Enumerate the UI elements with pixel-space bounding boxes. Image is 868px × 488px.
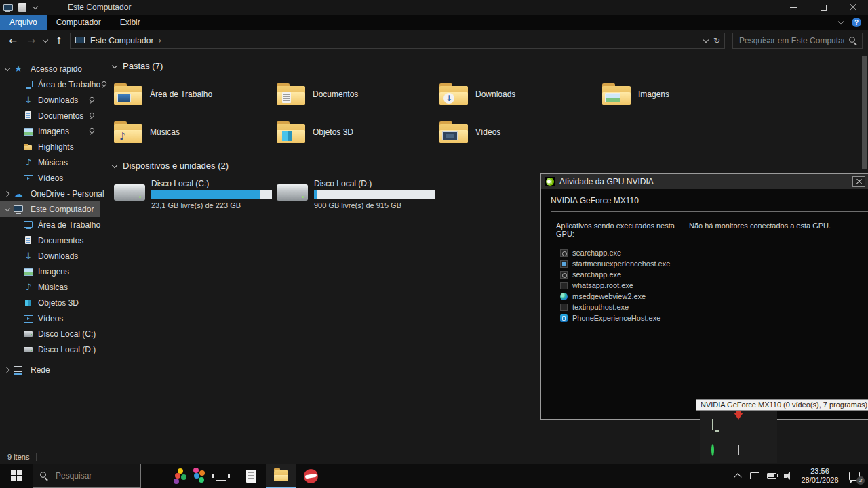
- folder-tile-musicas[interactable]: ♪ Músicas: [114, 117, 277, 147]
- nvidia-gpu-activity-tray-icon[interactable]: [712, 420, 713, 429]
- help-icon[interactable]: ?: [852, 18, 861, 27]
- sidebar-item-videos[interactable]: Vídeos: [0, 170, 100, 186]
- red-app-button[interactable]: [296, 464, 326, 488]
- maximize-button[interactable]: [808, 0, 838, 15]
- sidebar-item-downloads[interactable]: ↓ Downloads: [0, 92, 100, 108]
- ribbon-expand-chevron-icon[interactable]: [837, 20, 844, 26]
- battery-tray-button[interactable]: [763, 464, 780, 488]
- nvidia-window-titlebar[interactable]: Atividade da GPU NVIDIA: [541, 174, 868, 189]
- taskbar-search-box[interactable]: [33, 464, 141, 488]
- back-button[interactable]: ←: [5, 33, 20, 48]
- chevron-right-icon[interactable]: [4, 367, 10, 373]
- chevron-down-icon[interactable]: [4, 66, 10, 72]
- downloader-tray-icon[interactable]: [734, 420, 743, 429]
- minimize-button[interactable]: [778, 0, 808, 15]
- sidebar-item-highlights[interactable]: Highlights: [0, 139, 100, 155]
- nvidia-gpu-activity-window: Atividade da GPU NVIDIA NVIDIA GeForce M…: [540, 173, 868, 420]
- chevron-down-icon[interactable]: [4, 206, 10, 212]
- chevron-right-icon[interactable]: [4, 190, 10, 197]
- gpu-process-row[interactable]: msedgewebview2.exe: [560, 292, 868, 300]
- file-explorer-button[interactable]: [266, 464, 296, 488]
- folder-tile-objetos-3d[interactable]: Objetos 3D: [277, 117, 439, 147]
- video-icon: [23, 173, 34, 184]
- sidebar-item-disco-d[interactable]: Disco Local (D:): [0, 342, 100, 357]
- gpu-process-row[interactable]: searchapp.exe: [560, 270, 868, 279]
- apps-column-label: Aplicativos sendo executados nesta GPU:: [556, 222, 689, 238]
- generic-app-icon: [560, 304, 568, 311]
- quick-access-star-icon: ★: [13, 64, 24, 75]
- pin-icon: [88, 97, 94, 103]
- separator-line: [551, 211, 868, 212]
- show-hidden-icons-button[interactable]: [729, 464, 746, 488]
- sidebar-item-disco-c[interactable]: Disco Local (C:): [0, 326, 100, 342]
- address-dropdown-icon[interactable]: [703, 38, 709, 44]
- whatsapp-tray-icon[interactable]: [711, 445, 714, 455]
- collapse-chevron-icon[interactable]: [111, 63, 117, 69]
- colorful-app-icon-2[interactable]: [187, 464, 206, 488]
- gpu-process-row[interactable]: searchapp.exe: [560, 249, 868, 257]
- menu-exibir[interactable]: Exibir: [111, 15, 150, 30]
- sidebar-item-musicas-2[interactable]: ♪ Músicas: [0, 279, 100, 295]
- menu-arquivo[interactable]: Arquivo: [0, 15, 47, 30]
- explorer-search-box[interactable]: [732, 33, 863, 49]
- explorer-search-input[interactable]: [738, 35, 845, 46]
- taskbar-clock[interactable]: 23:56 28/01/2026: [797, 467, 843, 485]
- network-tray-button[interactable]: [746, 464, 763, 488]
- gpu-process-row[interactable]: PhoneExperienceHost.exe: [560, 314, 868, 322]
- sidebar-item-area-de-trabalho-2[interactable]: Área de Trabalho: [0, 217, 100, 232]
- forward-button[interactable]: →: [24, 33, 39, 48]
- sidebar-item-este-computador[interactable]: Este Computador: [0, 201, 100, 217]
- sidebar-item-area-de-trabalho[interactable]: Área de Trabalho: [0, 77, 100, 92]
- task-view-button[interactable]: [206, 464, 236, 488]
- toolbar-chevron-down-icon[interactable]: [32, 5, 38, 11]
- sidebar-item-musicas[interactable]: ♪ Músicas: [0, 155, 100, 170]
- start-button[interactable]: [0, 464, 33, 488]
- volume-tray-button[interactable]: [780, 464, 797, 488]
- recent-locations-chevron-icon[interactable]: [42, 38, 48, 44]
- drive-tile-c[interactable]: Disco Local (C:) 23,1 GB livre(s) de 223…: [114, 179, 277, 209]
- folder-tile-imagens[interactable]: Imagens: [602, 79, 765, 109]
- sidebar-item-imagens-2[interactable]: Imagens: [0, 264, 100, 279]
- collapse-chevron-icon[interactable]: [111, 163, 117, 169]
- gpu-process-row[interactable]: startmenuexperiencehost.exe: [560, 260, 868, 268]
- sidebar-item-documentos-2[interactable]: Documentos: [0, 232, 100, 248]
- drive-tile-d[interactable]: Disco Local (D:) 900 GB livre(s) de 915 …: [277, 179, 439, 209]
- music-icon: ♪: [23, 282, 34, 293]
- hard-drive-icon: [277, 184, 308, 201]
- folder-tile-documentos[interactable]: Documentos: [277, 79, 439, 109]
- sidebar-item-objetos-3d[interactable]: Objetos 3D: [0, 295, 100, 310]
- sidebar-item-acesso-rapido[interactable]: ★ Acesso rápido: [0, 61, 100, 77]
- sidebar-item-videos-2[interactable]: Vídeos: [0, 310, 100, 326]
- close-button[interactable]: [838, 0, 868, 15]
- text-input-tray-icon[interactable]: [738, 445, 739, 455]
- sidebar-item-rede[interactable]: Rede: [0, 362, 100, 378]
- content-scrollbar[interactable]: [862, 56, 867, 169]
- quick-access-toolbar-icon[interactable]: [18, 3, 26, 12]
- address-bar[interactable]: Este Computador › ↻: [70, 33, 725, 49]
- devices-section-header[interactable]: Dispositivos e unidades (2): [111, 161, 868, 171]
- address-location[interactable]: Este Computador: [90, 36, 153, 45]
- breadcrumb-chevron-icon[interactable]: ›: [158, 36, 161, 45]
- folder-tile-area-de-trabalho[interactable]: Área de Trabalho: [114, 79, 277, 109]
- refresh-icon[interactable]: ↻: [713, 36, 720, 45]
- gpu-process-row[interactable]: textinputhost.exe: [560, 303, 868, 311]
- folder-tile-downloads[interactable]: ↓ Downloads: [439, 79, 602, 109]
- explorer-titlebar[interactable]: Este Computador: [0, 0, 868, 15]
- document-app-button[interactable]: [236, 464, 266, 488]
- colorful-app-icon-1[interactable]: [168, 464, 187, 488]
- taskbar-search-input[interactable]: [54, 470, 134, 481]
- sidebar-item-imagens[interactable]: Imagens: [0, 123, 100, 139]
- folders-section-header[interactable]: Pastas (7): [111, 61, 868, 71]
- menu-computador[interactable]: Computador: [47, 15, 111, 30]
- folder-tile-videos[interactable]: Vídeos: [439, 117, 602, 147]
- pinned-apps: [168, 464, 326, 488]
- nvidia-close-button[interactable]: [852, 176, 865, 187]
- gpu-process-row[interactable]: whatsapp.root.exe: [560, 281, 868, 289]
- sidebar-item-onedrive[interactable]: ☁ OneDrive - Personal: [0, 186, 100, 201]
- sidebar-item-documentos[interactable]: Documentos: [0, 108, 100, 123]
- hard-drive-icon: [23, 329, 34, 340]
- sidebar-item-downloads-2[interactable]: ↓ Downloads: [0, 248, 100, 264]
- document-icon: [246, 470, 256, 483]
- up-button[interactable]: ↑: [52, 33, 66, 48]
- action-center-button[interactable]: 3: [843, 464, 866, 488]
